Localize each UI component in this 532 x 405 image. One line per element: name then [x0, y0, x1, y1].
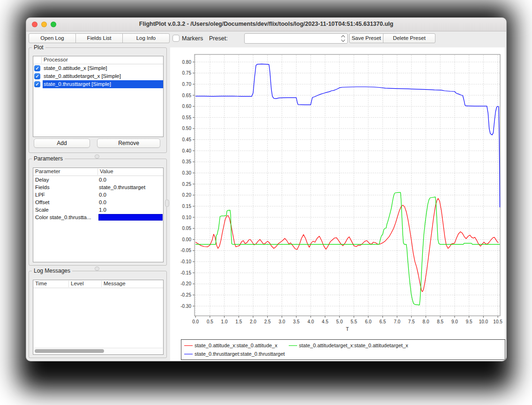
y-tick-label: -0.20 — [180, 281, 191, 286]
plot-area[interactable] — [195, 54, 500, 316]
preset-combobox[interactable] — [244, 33, 348, 44]
vertical-splitter-handle[interactable] — [165, 199, 169, 207]
parameter-value[interactable]: state_0.thrusttarget — [99, 183, 145, 191]
chevron-down-icon — [341, 38, 345, 42]
y-tick-label: 0.80 — [182, 60, 192, 65]
x-tick-label: 10.0 — [479, 319, 488, 324]
y-tick-label: 0.55 — [182, 115, 192, 120]
processor-list[interactable]: Processor ✓state_0.attitude_x [Simple]✓s… — [33, 56, 164, 137]
parameter-name: Color state_0.thrustta... — [35, 214, 91, 221]
parameter-row[interactable]: LPF0.0 — [33, 191, 163, 199]
log-info-button[interactable]: Log Info — [122, 33, 170, 43]
markers-checkbox[interactable] — [172, 35, 180, 42]
legend-label: state_0.thrusttarget:state_0.thrusttarge… — [195, 351, 285, 357]
screenshot-canvas: FlightPlot v.0.3.2 - /Users/oleg/Documen… — [0, 0, 532, 405]
y-tick-label: 0.40 — [182, 148, 192, 153]
log-messages-group-title: Log Messages — [32, 267, 72, 274]
color-swatch[interactable] — [98, 214, 163, 221]
y-tick-label: 0.20 — [182, 192, 192, 198]
parameter-value[interactable]: 0.0 — [99, 191, 106, 199]
processor-checkbox[interactable]: ✓ — [34, 73, 40, 79]
parameter-row[interactable]: Delay0.0 — [33, 176, 163, 183]
x-tick-label: 5.5 — [351, 319, 357, 324]
parameter-row[interactable]: Scale1.0 — [33, 206, 163, 214]
fields-list-button[interactable]: Fields List — [75, 33, 123, 43]
value-column-header: Value — [100, 168, 113, 174]
legend-row: state_0.attitude_x:state_0.attitude_xsta… — [184, 341, 502, 350]
parameter-row[interactable]: Fieldsstate_0.thrusttarget — [33, 183, 163, 191]
legend-line-sample — [184, 354, 193, 354]
horizontal-scrollbar[interactable] — [34, 348, 163, 354]
processor-list-item[interactable]: ✓state_0.attitude_x [Simple] — [33, 64, 163, 72]
parameter-column-header: Parameter — [35, 168, 60, 174]
y-tick-label: 0.00 — [182, 237, 192, 242]
parameter-name: Scale — [35, 206, 49, 214]
markers-label: Markers — [182, 35, 203, 42]
y-tick-label: 0.65 — [182, 93, 192, 98]
time-column-header: Time — [35, 281, 47, 286]
save-preset-button[interactable]: Save Preset — [349, 33, 383, 43]
color-parameter-row[interactable]: Color state_0.thrustta... — [33, 214, 163, 221]
x-axis-label: T — [346, 326, 349, 332]
legend-row: state_0.thrusttarget:state_0.thrusttarge… — [184, 350, 502, 358]
splitter-handle[interactable] — [95, 267, 99, 271]
preset-label: Preset: — [209, 35, 228, 42]
parameter-name: Fields — [35, 183, 50, 191]
parameter-name: LPF — [35, 191, 45, 199]
x-tick-label: 1.5 — [235, 319, 242, 324]
parameter-value[interactable]: 0.0 — [99, 199, 106, 206]
x-tick-label: 4.5 — [322, 319, 329, 324]
y-tick-label: 0.25 — [182, 182, 192, 187]
parameters-table[interactable]: Parameter Value Delay0.0Fieldsstate_0.th… — [33, 168, 164, 262]
legend-line-sample — [184, 345, 193, 346]
chart-legend: state_0.attitude_x:state_0.attitude_xsta… — [181, 339, 505, 360]
x-tick-label: 5.0 — [336, 319, 343, 324]
processor-list-item[interactable]: ✓state_0.thrusttarget [Simple] — [33, 80, 163, 88]
log-messages-group: Log Messages Time Level Message — [29, 271, 167, 358]
parameters-group: Parameters Parameter Value Delay0.0Field… — [29, 159, 167, 266]
x-tick-label: 4.0 — [307, 319, 314, 324]
y-tick-label: 0.10 — [182, 215, 192, 220]
x-tick-label: 9.5 — [466, 319, 472, 324]
x-tick-label: 2.0 — [250, 319, 256, 324]
splitter-handle[interactable] — [95, 154, 99, 159]
y-tick-label: 0.70 — [182, 82, 192, 87]
processor-checkbox[interactable]: ✓ — [34, 81, 40, 87]
processor-list-item[interactable]: ✓state_0.attitudetarget_x [Simple] — [33, 72, 163, 80]
processor-checkbox[interactable]: ✓ — [34, 65, 40, 71]
x-tick-label: 3.0 — [278, 319, 285, 324]
y-tick-label: 0.30 — [182, 170, 192, 176]
titlebar: FlightPlot v.0.3.2 - /Users/oleg/Documen… — [26, 18, 506, 31]
x-tick-label: 7.5 — [408, 319, 415, 324]
column-divider — [68, 281, 69, 287]
legend-label: state_0.attitude_x:state_0.attitude_x — [195, 343, 277, 348]
remove-button[interactable]: Remove — [97, 138, 160, 148]
add-button[interactable]: Add — [34, 138, 90, 148]
processor-column-header: Processor — [44, 57, 68, 62]
processor-list-header: Processor — [33, 56, 163, 64]
y-tick-label: 0.50 — [182, 126, 192, 131]
combobox-stepper-icon[interactable] — [341, 35, 345, 42]
parameter-value[interactable]: 1.0 — [99, 206, 106, 214]
legend-item: state_0.attitude_x:state_0.attitude_x — [184, 343, 277, 348]
log-table-header: Time Level Message — [33, 280, 163, 288]
open-log-button[interactable]: Open Log — [29, 33, 76, 43]
x-tick-label: 8.0 — [423, 319, 429, 324]
parameter-value[interactable]: 0.0 — [99, 176, 106, 183]
parameter-row[interactable]: Offset0.0 — [33, 199, 163, 206]
parameters-table-header: Parameter Value — [33, 168, 163, 176]
scrollbar-thumb[interactable] — [35, 349, 104, 353]
legend-item: state_0.attitudetarget_x:state_0.attitud… — [289, 343, 408, 348]
delete-preset-button[interactable]: Delete Preset — [383, 33, 435, 43]
x-tick-label: 7.0 — [394, 319, 400, 324]
chart-panel: 0.800.750.700.650.600.550.500.450.400.35… — [170, 47, 505, 361]
log-messages-table[interactable]: Time Level Message — [33, 280, 164, 355]
y-tick-label: 0.05 — [182, 226, 192, 231]
flight-plot-chart[interactable]: 0.800.750.700.650.600.550.500.450.400.35… — [170, 47, 505, 336]
y-tick-label: -0.10 — [180, 259, 191, 264]
level-column-header: Level — [71, 281, 84, 286]
column-divider — [41, 57, 42, 63]
parameter-name: Delay — [35, 176, 49, 183]
processor-label: state_0.attitudetarget_x [Simple] — [43, 72, 163, 80]
legend-item: state_0.thrusttarget:state_0.thrusttarge… — [184, 351, 285, 357]
